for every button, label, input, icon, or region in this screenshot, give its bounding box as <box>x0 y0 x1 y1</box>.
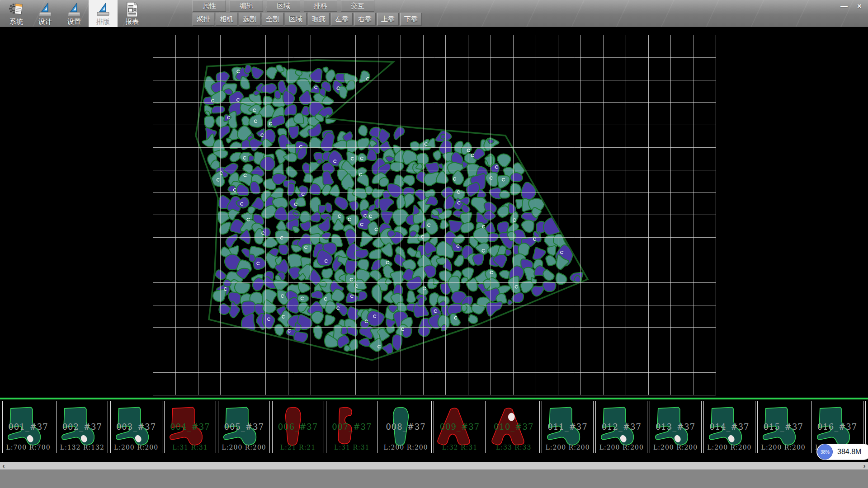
part-id-label: 003_#37 <box>111 422 162 432</box>
main-button-label: 排版 <box>96 18 110 26</box>
part-id-label: 004_#37 <box>165 422 216 432</box>
part-quota-label: L:31 R:31 <box>326 444 377 451</box>
part-thumbnail-013_#37[interactable]: 013_#37L:200 R:200 <box>650 401 702 453</box>
part-id-label: 017_#37 <box>866 422 868 432</box>
tool-button-9[interactable]: 下靠 <box>400 13 422 26</box>
tool-button-7[interactable]: 右靠 <box>354 13 376 26</box>
menu-tab-4[interactable]: 交互 <box>341 0 374 12</box>
tool-button-5[interactable]: 瑕疵 <box>308 13 330 26</box>
part-thumbnail-006_#37[interactable]: 006_#37L:21 R:21 <box>272 401 324 453</box>
minimize-button[interactable]: — <box>837 1 851 11</box>
toolbar: 系统设计设置排版报表 属性编辑区域排料交互 聚排相机选割全割区域瑕疵左靠右靠上靠… <box>0 0 868 27</box>
part-thumbnail-004_#37[interactable]: 004_#37L:31 R:31 <box>164 401 216 453</box>
menu-tab-0[interactable]: 属性 <box>193 0 226 12</box>
part-thumbnail-010_#37[interactable]: 010_#37L:33 R:33 <box>488 401 540 453</box>
tool-button-0[interactable]: 聚排 <box>193 13 214 26</box>
part-id-label: 014_#37 <box>704 422 755 432</box>
part-thumbnail-012_#37[interactable]: 012_#37L:200 R:200 <box>595 401 647 453</box>
main-button-3[interactable]: 排版 <box>89 0 118 27</box>
set-square-icon <box>66 1 82 18</box>
part-quota-label: L:200 R:200 <box>111 444 162 451</box>
main-button-label: 设计 <box>38 18 52 26</box>
part-quota-label: L:700 R:700 <box>3 444 54 451</box>
part-quota-label: L:200 R:200 <box>380 444 431 451</box>
part-id-label: 015_#37 <box>758 422 809 432</box>
tool-button-4[interactable]: 区域 <box>285 13 307 26</box>
part-thumbnail-011_#37[interactable]: 011_#37L:200 R:200 <box>542 401 594 453</box>
set-square-icon <box>95 1 111 18</box>
part-quota-label: L:33 R:33 <box>488 444 539 451</box>
parts-thumbnail-strip: 001_#37L:700 R:700002_#37L:132 R:132003_… <box>0 399 868 462</box>
part-quota-label: L:31 R:31 <box>165 444 216 451</box>
window-bottom-frame <box>0 469 868 488</box>
main-button-4[interactable]: 报表 <box>118 0 146 27</box>
part-quota-label: L:200 R:200 <box>650 444 701 451</box>
part-id-label: 013_#37 <box>650 422 701 432</box>
part-thumbnail-015_#37[interactable]: 015_#37L:200 R:200 <box>757 401 809 453</box>
main-button-label: 设置 <box>67 18 81 26</box>
part-thumbnail-001_#37[interactable]: 001_#37L:700 R:700 <box>2 401 54 453</box>
main-button-label: 系统 <box>9 18 23 26</box>
main-button-label: 报表 <box>125 18 139 26</box>
main-button-1[interactable]: 设计 <box>31 0 60 27</box>
part-id-label: 008_#37 <box>380 422 431 432</box>
part-id-label: 010_#37 <box>488 422 539 432</box>
part-id-label: 006_#37 <box>273 422 324 432</box>
part-quota-label: L:21 R:21 <box>273 444 324 451</box>
progress-percent-badge: 38% <box>817 444 833 460</box>
part-id-label: 005_#37 <box>218 422 269 432</box>
menu-tab-1[interactable]: 编辑 <box>230 0 263 12</box>
gear-doc-icon <box>9 1 24 18</box>
part-quota-label: L:200 R:200 <box>542 444 593 451</box>
part-thumbnail-005_#37[interactable]: 005_#37L:200 R:200 <box>218 401 270 453</box>
part-quota-label: L:32 R:31 <box>434 444 485 451</box>
part-quota-label: L:200 R:200 <box>218 444 269 451</box>
part-quota-label: L:200 R:200 <box>596 444 647 451</box>
tool-button-2[interactable]: 选割 <box>239 13 260 26</box>
part-quota-label: L:132 R:132 <box>57 444 108 451</box>
horizontal-scrollbar[interactable]: ‹ › <box>0 462 868 469</box>
main-button-group: 系统设计设置排版报表 <box>2 0 146 27</box>
tool-button-3[interactable]: 全割 <box>262 13 283 26</box>
set-square-icon <box>38 1 53 18</box>
window-controls: — × <box>837 1 866 11</box>
part-id-label: 016_#37 <box>812 422 863 432</box>
tool-button-1[interactable]: 相机 <box>216 13 237 26</box>
part-id-label: 012_#37 <box>596 422 647 432</box>
tool-button-8[interactable]: 上靠 <box>377 13 399 26</box>
tool-button-6[interactable]: 左靠 <box>331 13 353 26</box>
part-id-label: 007_#37 <box>326 422 377 432</box>
part-thumbnail-007_#37[interactable]: 007_#37L:31 R:31 <box>326 401 378 453</box>
close-button[interactable]: × <box>853 1 866 11</box>
part-quota-label: L:200 R:200 <box>704 444 755 451</box>
scroll-left-arrow-icon[interactable]: ‹ <box>0 462 7 469</box>
menu-tab-3[interactable]: 排料 <box>304 0 337 12</box>
tool-button-row: 聚排相机选割全割区域瑕疵左靠右靠上靠下靠 <box>193 13 423 26</box>
part-thumbnail-003_#37[interactable]: 003_#37L:200 R:200 <box>110 401 162 453</box>
scroll-right-arrow-icon[interactable]: › <box>861 462 868 469</box>
status-badge: 38% 384.8M <box>816 444 868 460</box>
part-thumbnail-014_#37[interactable]: 014_#37L:200 R:200 <box>703 401 755 453</box>
menu-tab-2[interactable]: 区域 <box>267 0 300 12</box>
menu-tab-row: 属性编辑区域排料交互 <box>193 0 378 12</box>
part-id-label: 009_#37 <box>434 422 485 432</box>
main-button-0[interactable]: 系统 <box>2 0 31 27</box>
part-thumbnail-002_#37[interactable]: 002_#37L:132 R:132 <box>56 401 108 453</box>
nesting-canvas-area[interactable] <box>0 27 868 398</box>
part-quota-label: L:200 R:200 <box>758 444 809 451</box>
part-thumbnail-009_#37[interactable]: 009_#37L:32 R:31 <box>434 401 486 453</box>
main-button-2[interactable]: 设置 <box>60 0 89 27</box>
leather-hide-nesting-view[interactable] <box>0 27 868 398</box>
report-icon <box>124 1 140 18</box>
nesting-app-window: 系统设计设置排版报表 属性编辑区域排料交互 聚排相机选割全割区域瑕疵左靠右靠上靠… <box>0 0 868 488</box>
part-id-label: 011_#37 <box>542 422 593 432</box>
part-thumbnail-008_#37[interactable]: 008_#37L:200 R:200 <box>380 401 432 453</box>
memory-usage-label: 384.8M <box>837 448 861 456</box>
part-id-label: 001_#37 <box>3 422 54 432</box>
part-id-label: 002_#37 <box>57 422 108 432</box>
